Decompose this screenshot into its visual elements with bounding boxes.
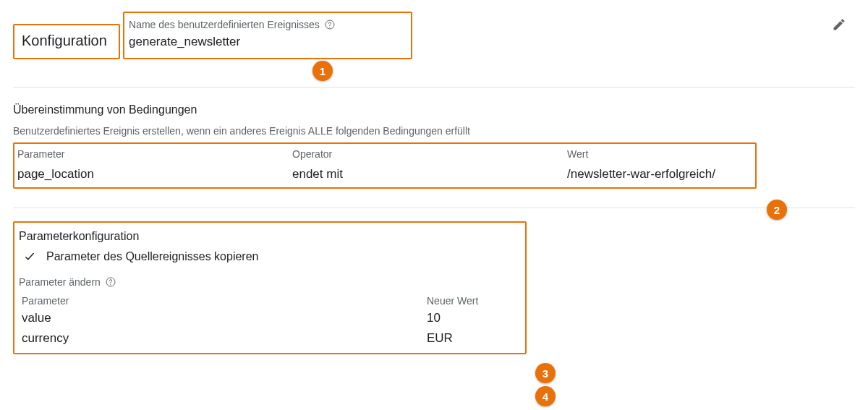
column-header-parameter: Parameter [17, 148, 292, 160]
copy-source-params-row: Parameter des Quellereignisses kopieren [23, 250, 521, 263]
condition-value: /newsletter-war-erfolgreich/ [567, 167, 752, 181]
conditions-table-row: page_location endet mit /newsletter-war-… [14, 164, 755, 187]
modify-params-label-text: Parameter ändern [19, 276, 101, 288]
event-name-highlight-box: Name des benutzerdefinierten Ereignisses… [123, 12, 412, 59]
edit-button[interactable] [826, 12, 852, 38]
annotation-marker-3: 3 [535, 363, 556, 383]
conditions-heading: Übereinstimmung von Bedingungen [13, 103, 855, 116]
annotation-marker-4: 4 [535, 386, 556, 406]
param-config-heading: Parameterkonfiguration [19, 230, 521, 243]
condition-operator: endet mit [292, 167, 567, 181]
conditions-highlight-box: Parameter Operator Wert page_location en… [13, 142, 757, 189]
event-name-label: Name des benutzerdefinierten Ereignisses [129, 19, 404, 30]
column-header-new-value: Neuer Wert [427, 295, 518, 307]
svg-point-1 [329, 27, 330, 27]
column-header-value: Wert [567, 148, 752, 160]
check-icon [23, 250, 36, 263]
page-title: Konfiguration [16, 28, 113, 54]
param-name: currency [22, 331, 427, 346]
param-value: EUR [427, 331, 518, 346]
event-name-label-text: Name des benutzerdefinierten Ereignisses [129, 19, 320, 30]
pencil-icon [832, 17, 846, 32]
conditions-table-header: Parameter Operator Wert [14, 144, 755, 164]
annotation-marker-2: 2 [767, 200, 787, 220]
params-table-row: value 10 [19, 308, 521, 328]
event-name-value: generate_newsletter [129, 35, 404, 49]
page-title-highlight-box: Konfiguration [13, 24, 120, 59]
conditions-description: Benutzerdefiniertes Ereignis erstellen, … [13, 125, 855, 137]
divider [13, 208, 855, 208]
column-header-operator: Operator [292, 148, 567, 160]
column-header-parameter: Parameter [22, 295, 427, 307]
svg-point-3 [110, 284, 111, 285]
help-icon[interactable] [105, 276, 116, 288]
annotation-marker-1: 1 [312, 61, 333, 81]
param-name: value [22, 311, 427, 325]
help-icon[interactable] [324, 19, 336, 30]
param-value: 10 [427, 311, 518, 325]
modify-params-label: Parameter ändern [19, 276, 521, 288]
copy-source-params-label: Parameter des Quellereignisses kopieren [46, 250, 258, 263]
condition-parameter: page_location [17, 167, 292, 181]
params-table-header: Parameter Neuer Wert [19, 292, 521, 308]
divider [13, 87, 855, 87]
param-config-highlight-box: Parameterkonfiguration Parameter des Que… [13, 221, 527, 354]
params-table-row: currency EUR [19, 328, 521, 349]
